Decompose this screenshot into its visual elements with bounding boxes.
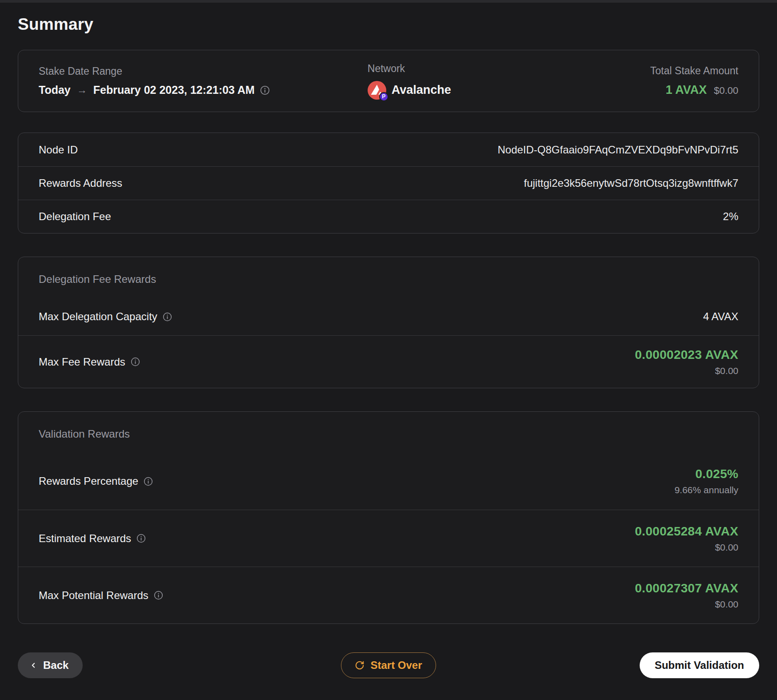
restart-icon — [355, 660, 364, 670]
rewards-percentage-row: Rewards Percentage 0.025% 9.66% annually — [18, 453, 759, 510]
max-delegation-capacity-info-icon[interactable] — [163, 312, 172, 322]
back-button-label: Back — [43, 659, 68, 672]
max-delegation-capacity-label: Max Delegation Capacity — [39, 310, 157, 323]
network-name: Avalanche — [392, 83, 451, 97]
p-chain-badge: P — [379, 92, 388, 101]
stake-date-range: Stake Date Range Today → February 02 202… — [39, 65, 368, 97]
max-potential-rewards-value: 0.00027307 AVAX — [635, 581, 738, 595]
table-row-delegation-fee: Delegation Fee 2% — [18, 200, 759, 233]
estimated-rewards-row: Estimated Rewards 0.00025284 AVAX $0.00 — [18, 510, 759, 567]
max-potential-rewards-info-icon[interactable] — [154, 591, 163, 600]
footer-actions: Back Start Over Submit Validation — [18, 652, 759, 678]
max-potential-rewards-label: Max Potential Rewards — [39, 589, 148, 602]
node-details-card: Node ID NodeID-Q8Gfaaio9FAqCmZVEXDq9bFvN… — [18, 133, 759, 233]
info-icon — [154, 591, 163, 600]
max-fee-rewards-value: 0.00002023 AVAX — [635, 348, 738, 362]
total-stake-usd: $0.00 — [714, 85, 738, 97]
info-icon — [131, 357, 140, 366]
rewards-address-value: fujittgi2e3k56enytwSd78rtOtsq3izg8wnftff… — [524, 177, 739, 189]
delegation-fee-rewards-header: Delegation Fee Rewards — [18, 257, 759, 298]
start-over-button-label: Start Over — [370, 659, 422, 672]
info-icon — [144, 477, 153, 486]
avalanche-icon: P — [368, 81, 386, 100]
chevron-left-icon — [29, 661, 37, 669]
max-fee-rewards-info-icon[interactable] — [131, 357, 140, 366]
rewards-percentage-label: Rewards Percentage — [39, 475, 138, 487]
top-edge — [0, 0, 777, 3]
stake-date-to: February 02 2023, 12:21:03 AM — [93, 84, 255, 97]
arrow-right-icon: → — [76, 84, 88, 96]
start-over-button[interactable]: Start Over — [341, 652, 436, 678]
submit-validation-button[interactable]: Submit Validation — [640, 652, 759, 678]
back-button[interactable]: Back — [18, 652, 83, 678]
delegation-fee-label: Delegation Fee — [39, 210, 111, 223]
overview-card: Stake Date Range Today → February 02 202… — [18, 50, 759, 112]
rewards-percentage-info-icon[interactable] — [144, 477, 153, 486]
max-delegation-capacity-row: Max Delegation Capacity 4 AVAX — [18, 298, 759, 335]
node-id-value: NodeID-Q8Gfaaio9FAqCmZVEXDq9bFvNPvDi7rt5 — [497, 144, 738, 156]
table-row-node-id: Node ID NodeID-Q8Gfaaio9FAqCmZVEXDq9bFvN… — [18, 133, 759, 166]
info-icon — [260, 85, 270, 95]
table-row-rewards-address: Rewards Address fujittgi2e3k56enytwSd78r… — [18, 166, 759, 200]
rewards-address-label: Rewards Address — [39, 177, 122, 189]
info-icon — [163, 312, 172, 322]
stake-date-range-label: Stake Date Range — [39, 65, 368, 77]
max-delegation-capacity-value: 4 AVAX — [703, 310, 738, 323]
max-potential-rewards-row: Max Potential Rewards 0.00027307 AVAX $0… — [18, 567, 759, 624]
rewards-percentage-value: 0.025% — [695, 467, 738, 481]
delegation-fee-rewards-card: Delegation Fee Rewards Max Delegation Ca… — [18, 257, 759, 388]
total-stake: Total Stake Amount 1 AVAX $0.00 — [650, 65, 738, 97]
max-fee-rewards-usd: $0.00 — [715, 366, 738, 376]
estimated-rewards-label: Estimated Rewards — [39, 532, 131, 545]
validation-rewards-header: Validation Rewards — [18, 412, 759, 453]
total-stake-amount: 1 AVAX — [665, 83, 707, 97]
delegation-fee-value: 2% — [723, 210, 738, 223]
date-range-info-icon[interactable] — [260, 85, 270, 95]
total-stake-label: Total Stake Amount — [650, 65, 738, 77]
node-id-label: Node ID — [39, 144, 78, 156]
rewards-percentage-annual: 9.66% annually — [674, 485, 738, 495]
estimated-rewards-info-icon[interactable] — [136, 534, 146, 543]
max-fee-rewards-label: Max Fee Rewards — [39, 356, 125, 368]
page-title: Summary — [18, 15, 759, 34]
stake-date-from: Today — [39, 84, 71, 97]
network: Network P Avalanche — [368, 63, 650, 100]
validation-rewards-card: Validation Rewards Rewards Percentage 0.… — [18, 411, 759, 624]
max-potential-rewards-usd: $0.00 — [715, 599, 738, 610]
network-label: Network — [368, 63, 650, 75]
estimated-rewards-value: 0.00025284 AVAX — [635, 524, 738, 539]
submit-validation-button-label: Submit Validation — [655, 659, 744, 672]
info-icon — [136, 534, 146, 543]
max-fee-rewards-row: Max Fee Rewards 0.00002023 AVAX $0.00 — [18, 335, 759, 388]
estimated-rewards-usd: $0.00 — [715, 542, 738, 553]
